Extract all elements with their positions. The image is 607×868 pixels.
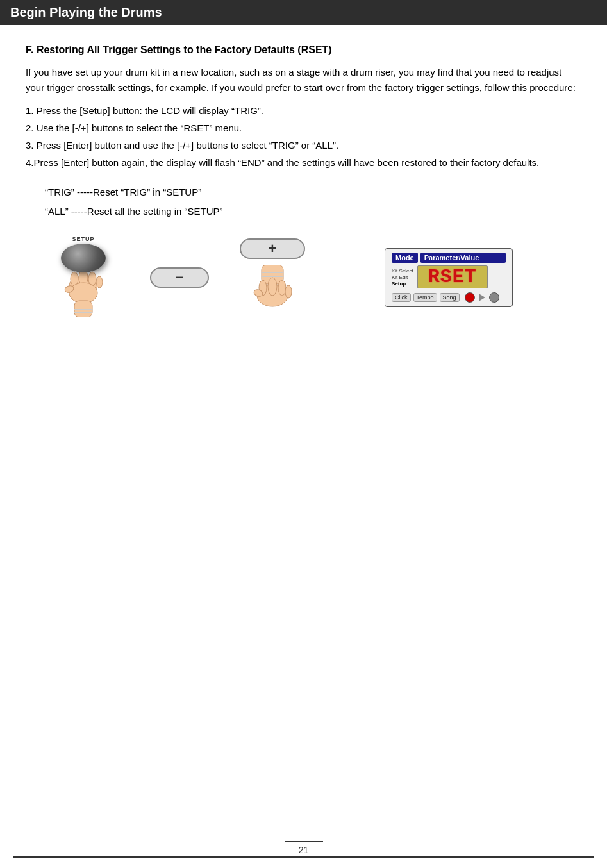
setup-label: SETUP	[72, 236, 94, 242]
lcd-song-btn[interactable]: Song	[440, 293, 460, 302]
lcd-panel: Mode Parameter/Value Kit Select Kit Edit…	[385, 248, 513, 307]
step-1: 1. Press the [Setup] button: the LCD wil…	[26, 102, 581, 119]
step-4: 4.Press [Enter] button again, the displa…	[26, 154, 581, 171]
plus-button-illustration: +	[237, 233, 308, 322]
legend-line-2: “ALL” -----Reset all the setting in “SET…	[45, 202, 581, 221]
lcd-setup: Setup	[392, 281, 413, 287]
legend-block: “TRIG” -----Reset “TRIG” in “SETUP” “ALL…	[45, 183, 581, 221]
setup-btn-wrap: SETUP	[45, 236, 122, 319]
svg-point-4	[96, 276, 103, 288]
header-title: Begin Playing the Drums	[10, 5, 162, 20]
lcd-display-text: RSET	[428, 266, 477, 288]
step-3: 3. Press [Enter] button and use the [-/+…	[26, 137, 581, 154]
svg-point-18	[268, 278, 277, 296]
bottom-rule	[13, 856, 594, 858]
lcd-bottom-row: Click Tempo Song	[392, 292, 506, 303]
step-2: 2. Use the [-/+] buttons to select the “…	[26, 119, 581, 137]
lcd-top-row: Mode Parameter/Value	[392, 253, 506, 263]
main-content: F. Restoring All Trigger Settings to the…	[0, 25, 607, 380]
hand-left-illustration	[51, 266, 115, 319]
lcd-param-label: Parameter/Value	[420, 253, 506, 263]
svg-point-5	[69, 283, 97, 303]
lcd-side-labels: Kit Select Kit Edit Setup	[392, 268, 413, 287]
svg-text:−: −	[176, 269, 184, 285]
lcd-click-btn[interactable]: Click	[392, 293, 411, 302]
svg-point-20	[278, 280, 286, 296]
lcd-segment-display: RSET	[417, 265, 488, 288]
svg-marker-23	[479, 294, 485, 301]
setup-button-illustration: SETUP	[45, 236, 122, 319]
svg-text:+: +	[269, 240, 277, 256]
section-title: F. Restoring All Trigger Settings to the…	[26, 44, 581, 56]
lcd-kit-select: Kit Select	[392, 268, 413, 274]
lcd-tempo-btn[interactable]: Tempo	[413, 293, 437, 302]
svg-point-21	[285, 285, 292, 298]
lcd-mode-label: Mode	[392, 253, 418, 263]
minus-button-illustration: −	[147, 262, 212, 294]
lcd-display-row: Kit Select Kit Edit Setup RSET	[392, 265, 506, 288]
illustration-area: SETUP	[45, 233, 581, 322]
setup-circle-button[interactable]	[61, 244, 106, 272]
intro-paragraph: If you have set up your drum kit in a ne…	[26, 65, 581, 96]
lcd-record-btn[interactable]	[465, 292, 475, 303]
page-number: 21	[285, 841, 323, 855]
legend-line-1: “TRIG” -----Reset “TRIG” in “SETUP”	[45, 183, 581, 202]
lcd-kit-edit: Kit Edit	[392, 274, 413, 280]
lcd-play-btn[interactable]	[478, 293, 486, 302]
lcd-stop-btn[interactable]	[489, 292, 499, 303]
page-header: Begin Playing the Drums	[0, 0, 607, 25]
